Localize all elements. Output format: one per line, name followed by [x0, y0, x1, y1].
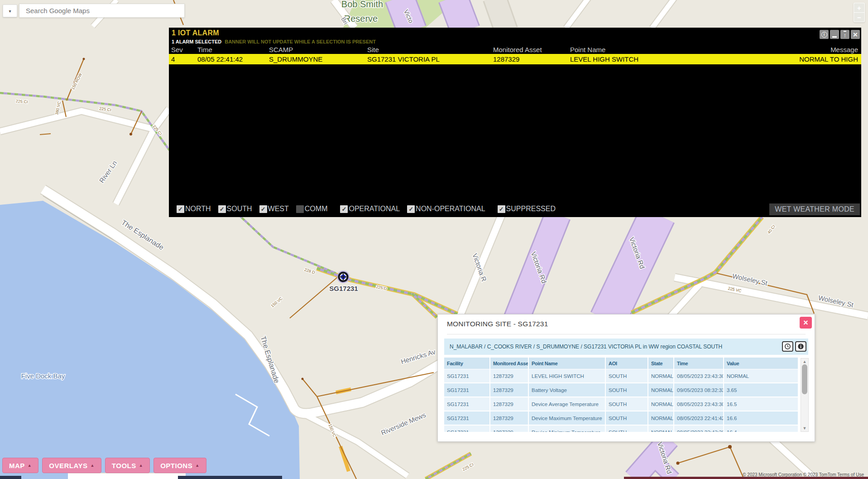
popup-divider	[447, 334, 806, 334]
info-icon[interactable]: i	[820, 30, 829, 39]
marker-label: SG17231	[323, 285, 364, 292]
points-table-row[interactable]: SG17231 1287329 LEVEL HIGH SWITCH SOUTH …	[444, 369, 810, 382]
scroll-up-icon[interactable]: ▲	[801, 359, 808, 364]
minimize-icon[interactable]	[830, 30, 839, 39]
alarm-filter-checkbox[interactable]: ✓ NORTH	[177, 205, 211, 213]
site-marker[interactable]	[337, 271, 350, 283]
points-table-row[interactable]: SG17231 1287329 Device Average Temperatu…	[444, 397, 810, 411]
alarm-banner-note: BANNER WILL NOT UPDATE WHILE A SELECTION…	[225, 39, 376, 44]
details-button[interactable]	[795, 341, 806, 352]
scroll-down-icon[interactable]: ▼	[801, 426, 808, 431]
points-table-body: SG17231 1287329 LEVEL HIGH SWITCH SOUTH …	[444, 369, 810, 432]
zoom-out-button[interactable]: −	[854, 13, 864, 22]
points-table: Facility Monitored Asset Point Name AOI …	[444, 358, 810, 432]
close-icon[interactable]: ×	[851, 30, 860, 39]
dark-line-left	[0, 476, 21, 479]
points-table-row[interactable]: SG17231 1287329 Battery Voltage SOUTH NO…	[444, 383, 810, 397]
chevron-down-icon: ▾	[9, 9, 11, 14]
points-table-header: Facility Monitored Asset Point Name AOI …	[444, 358, 810, 369]
monitoring-site-popup: MONITORING SITE - SG17231 × N_MALABAR / …	[437, 314, 815, 442]
caret-up-icon: ▲	[195, 463, 199, 468]
info-icon	[797, 343, 804, 350]
alarm-panel-controls: i ↑ ×	[820, 30, 860, 39]
map-zoom-control: + −	[854, 3, 865, 22]
toolbar-button[interactable]: MAP▲	[2, 458, 38, 473]
table-scrollbar[interactable]: ▲ ▼	[801, 358, 809, 432]
alarm-filter-checkbox[interactable]: COMM	[296, 205, 328, 213]
search-input[interactable]	[19, 4, 185, 18]
expand-icon[interactable]: ↑	[840, 30, 849, 39]
alarm-filter-checkbox[interactable]: ✓ SOUTH	[218, 205, 252, 213]
popup-title: MONITORING SITE - SG17231	[447, 320, 548, 328]
search-bar: ▾	[3, 4, 185, 18]
alarm-filter-checkbox[interactable]: ✓ OPERATIONAL	[340, 205, 400, 213]
map-label: Bob Smith	[341, 0, 383, 9]
caret-up-icon: ▲	[139, 463, 143, 468]
caret-up-icon: ▲	[90, 463, 94, 468]
points-table-row[interactable]: SG17231 1287329 Device Minimum Temperatu…	[444, 426, 810, 432]
caret-up-icon: ▲	[28, 463, 32, 468]
history-button[interactable]	[782, 341, 793, 352]
alarm-row[interactable]: 4 08/05 22:41:42 S_DRUMMOYNE SG17231 VIC…	[169, 54, 861, 64]
alarm-filter-checkbox[interactable]: ✓ SUPPRESSED	[498, 205, 556, 213]
toolbar-button[interactable]: OVERLAYS▲	[42, 458, 101, 473]
points-table-row[interactable]: SG17231 1287329 Device Maximum Temperatu…	[444, 411, 810, 425]
wet-weather-mode-badge: WET WEATHER MODE	[769, 203, 860, 215]
popup-breadcrumb: N_MALABAR / C_COOKS RIVER / S_DRUMMOYNE …	[444, 339, 808, 355]
search-dropdown-button[interactable]: ▾	[3, 5, 17, 17]
alarm-filters: ✓ NORTH ✓ SOUTH ✓ WEST COMM ✓ OPERATIONA…	[177, 204, 563, 214]
zoom-in-button[interactable]: +	[854, 3, 864, 12]
alarm-table-body: 4 08/05 22:41:42 S_DRUMMOYNE SG17231 VIC…	[169, 54, 861, 65]
alarm-table-header: Sev Time SCAMP Site Monitored Asset Poin…	[169, 45, 861, 53]
map-label: Five Dock Bay	[21, 372, 65, 380]
map-toolbar: MAP▲ OVERLAYS▲ TOOLS▲ OPTIONS▲	[2, 458, 210, 473]
popup-close-button[interactable]: ×	[800, 317, 812, 329]
iot-alarm-panel: 1 IOT ALARM 1 ALARM SELECTED BANNER WILL…	[169, 28, 861, 217]
alarm-filter-checkbox[interactable]: ✓ WEST	[259, 205, 289, 213]
alarm-filter-checkbox[interactable]: ✓ NON-OPERATIONAL	[407, 205, 485, 213]
alarm-panel-title: 1 IOT ALARM	[172, 29, 219, 37]
dark-line-mid	[178, 476, 282, 479]
scrollbar-thumb[interactable]	[802, 364, 807, 394]
clock-icon	[784, 343, 791, 350]
map-label: 225 CI	[16, 99, 28, 104]
toolbar-button[interactable]: TOOLS▲	[105, 458, 150, 473]
alarm-selected-note: 1 ALARM SELECTED	[172, 39, 221, 44]
toolbar-button[interactable]: OPTIONS▲	[153, 458, 206, 473]
close-icon: ×	[803, 318, 808, 328]
map-attribution: © 2023 Microsoft Corporation © 2023 TomT…	[743, 472, 864, 477]
map-application: Bob SmithReserveBriVictoRiver LnThe Espl…	[0, 0, 868, 479]
